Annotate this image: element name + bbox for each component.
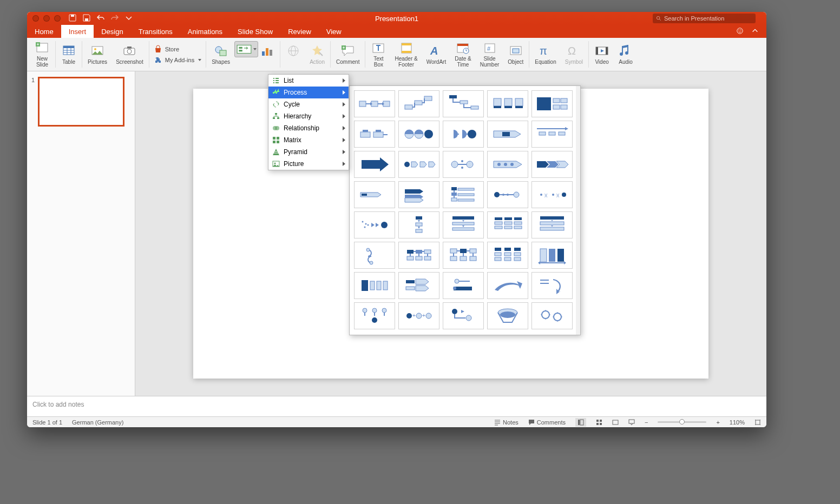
menu-matrix[interactable]: Matrix [268,134,349,146]
myaddins-button[interactable]: My Add-ins [154,56,201,64]
tab-transitions[interactable]: Transitions [131,25,180,38]
process-tile[interactable] [354,121,395,148]
process-tile[interactable] [487,211,528,238]
process-tile[interactable] [487,272,528,299]
process-tile[interactable] [398,242,439,269]
tab-view[interactable]: View [319,25,349,38]
pictures-button[interactable]: Pictures [83,38,111,71]
minimize-dot[interactable] [43,15,50,22]
slideshow-view-button[interactable] [628,419,635,426]
notes-pane[interactable]: Click to add notes [27,396,766,416]
chart-button[interactable] [258,38,279,71]
process-tile[interactable]: ++ [398,302,439,329]
reading-view-button[interactable] [612,419,619,426]
process-tile[interactable] [398,181,439,208]
tab-insert[interactable]: Insert [61,25,94,38]
menu-cycle[interactable]: Cycle [268,98,349,110]
tab-home[interactable]: Home [27,25,61,38]
new-slide-button[interactable]: New Slide [30,38,54,71]
process-tile[interactable] [443,242,484,269]
process-tile[interactable]: )()( [531,181,573,208]
process-tile[interactable] [443,302,484,329]
process-tile[interactable] [487,151,528,178]
sorter-view-button[interactable] [596,419,602,426]
redo-icon[interactable] [110,14,119,24]
hyperlink-button[interactable] [281,38,305,71]
process-tile[interactable] [487,90,528,117]
process-tile[interactable] [531,242,573,269]
close-dot[interactable] [32,15,39,22]
process-tile[interactable] [443,211,484,238]
action-button[interactable]: Action [305,38,329,71]
normal-view-button[interactable] [575,418,586,427]
menu-list[interactable]: List [268,75,349,87]
process-tile[interactable] [487,302,528,329]
process-tile[interactable] [531,151,573,178]
tab-animations[interactable]: Animations [180,25,230,38]
menu-picture[interactable]: Picture [268,158,349,170]
process-tile[interactable] [443,121,484,148]
collapse-ribbon-icon[interactable] [751,27,759,36]
process-tile[interactable] [531,302,573,329]
status-language[interactable]: German (Germany) [72,419,123,426]
zoom-out[interactable]: − [645,419,648,426]
autosave-icon[interactable] [68,14,77,24]
process-tile[interactable] [487,181,528,208]
process-tile[interactable] [531,90,573,117]
tab-design[interactable]: Design [94,25,130,38]
search-input[interactable]: Search in Presentation [653,14,756,23]
object-button[interactable]: Object [503,38,528,71]
process-tile[interactable] [354,242,395,269]
menu-relationship[interactable]: Relationship [268,122,349,134]
shapes-button[interactable]: Shapes [207,38,234,71]
process-tile[interactable] [354,302,395,329]
equation-button[interactable]: π Equation [530,38,560,71]
process-tile[interactable] [398,90,439,117]
process-tile[interactable] [531,272,573,299]
video-button[interactable]: Video [590,38,614,71]
menu-hierarchy[interactable]: Hierarchy [268,110,349,122]
zoom-in[interactable]: + [716,419,719,426]
process-tile[interactable] [443,151,484,178]
gallery-scrollbar[interactable] [576,86,580,335]
process-tile[interactable] [354,211,395,238]
tab-slideshow[interactable]: Slide Show [230,25,280,38]
process-tile[interactable] [354,181,395,208]
zoom-value[interactable]: 110% [730,419,745,426]
undo-icon[interactable] [96,14,105,24]
process-tile[interactable] [487,242,528,269]
process-tile[interactable] [443,181,484,208]
process-tile[interactable] [487,121,528,148]
fit-button[interactable] [754,419,761,426]
process-tile[interactable] [531,211,573,238]
store-button[interactable]: Store [154,45,201,54]
symbol-button[interactable]: Ω Symbol [561,38,587,71]
process-tile[interactable] [398,272,439,299]
textbox-button[interactable]: Text Box [366,38,390,71]
process-tile[interactable] [354,90,395,117]
comment-button[interactable]: Comment [332,38,364,71]
qat-more-icon[interactable] [124,14,133,24]
slide-thumbnail-1[interactable]: 1 [31,77,130,127]
notes-toggle[interactable]: Notes [494,419,519,426]
process-tile[interactable] [354,272,395,299]
smartart-button[interactable] [234,41,258,57]
zoom-slider[interactable] [658,421,706,423]
slide-panel[interactable]: 1 [27,71,135,396]
feedback-icon[interactable] [736,27,744,36]
headerfooter-button[interactable]: Header & Footer [390,38,422,71]
comments-toggle[interactable]: Comments [528,419,566,426]
process-tile[interactable] [398,211,439,238]
save-icon[interactable] [82,14,91,24]
maximize-dot[interactable] [54,15,61,22]
thumbnail-preview[interactable] [38,77,124,127]
process-tile[interactable] [398,151,439,178]
process-tile[interactable] [354,151,395,178]
table-button[interactable]: Table [57,38,81,71]
menu-process[interactable]: Process [268,87,349,98]
process-tile[interactable] [443,90,484,117]
tab-review[interactable]: Review [280,25,319,38]
slidenumber-button[interactable]: # Slide Number [476,38,504,71]
datetime-button[interactable]: Date & Time [450,38,476,71]
wordart-button[interactable]: A WordArt [422,38,451,71]
